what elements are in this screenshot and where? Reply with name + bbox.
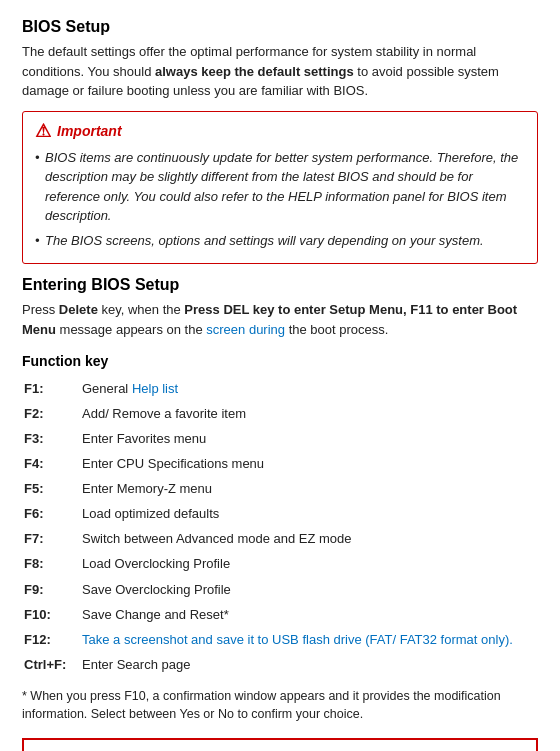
- fkey-label: F10:: [24, 603, 80, 626]
- enter-desc-1: Press: [22, 302, 59, 317]
- fkey-label: F6:: [24, 503, 80, 526]
- fkey-label: F12:: [24, 628, 80, 651]
- entering-bios-description: Press Delete key, when the Press DEL key…: [22, 300, 538, 339]
- function-key-row: F10:Save Change and Reset*: [24, 603, 536, 626]
- fkey-description: Save Change and Reset*: [82, 603, 536, 626]
- function-key-row: F5:Enter Memory-Z menu: [24, 478, 536, 501]
- important-box: ⚠ Important BIOS items are continuously …: [22, 111, 538, 265]
- bios-user-guide: BIOS User Guide: [22, 738, 538, 751]
- fkey-description: Enter Favorites menu: [82, 427, 536, 450]
- fkey-label: F3:: [24, 427, 80, 450]
- fkey-description: Switch between Advanced mode and EZ mode: [82, 528, 536, 551]
- warning-icon: ⚠: [35, 120, 51, 142]
- fkey-label: F7:: [24, 528, 80, 551]
- fkey-label: Ctrl+F:: [24, 654, 80, 677]
- enter-desc-bold1: Delete: [59, 302, 98, 317]
- important-list: BIOS items are continuously update for b…: [35, 148, 525, 251]
- important-item-1: BIOS items are continuously update for b…: [35, 148, 525, 226]
- function-key-row: F2:Add/ Remove a favorite item: [24, 402, 536, 425]
- entering-bios-title: Entering BIOS Setup: [22, 276, 538, 294]
- fkey-label: F8:: [24, 553, 80, 576]
- enter-desc-2: key, when the: [98, 302, 184, 317]
- fkey-description: Enter Search page: [82, 654, 536, 677]
- fkey-label: F2:: [24, 402, 80, 425]
- function-key-row: F4:Enter CPU Specifications menu: [24, 452, 536, 475]
- fkey-label: F4:: [24, 452, 80, 475]
- fkey-description: Enter Memory-Z menu: [82, 478, 536, 501]
- fkey-description: Load Overclocking Profile: [82, 553, 536, 576]
- fkey-label: F5:: [24, 478, 80, 501]
- function-key-table: F1:General Help listF2:Add/ Remove a fav…: [22, 375, 538, 679]
- enter-desc-blue: screen during: [206, 322, 285, 337]
- function-key-row: F6:Load optimized defaults: [24, 503, 536, 526]
- bios-desc-bold: always keep the default settings: [155, 64, 354, 79]
- function-key-row: F3:Enter Favorites menu: [24, 427, 536, 450]
- important-item-2: The BIOS screens, options and settings w…: [35, 231, 525, 251]
- function-key-row: F8:Load Overclocking Profile: [24, 553, 536, 576]
- fkey-description: Enter CPU Specifications menu: [82, 452, 536, 475]
- fkey-label: F9:: [24, 578, 80, 601]
- footnote: * When you press F10, a confirmation win…: [22, 687, 538, 725]
- bios-setup-title: BIOS Setup: [22, 18, 538, 36]
- function-key-row: F1:General Help list: [24, 377, 536, 400]
- enter-desc-4: the boot process.: [285, 322, 388, 337]
- function-key-row: F12:Take a screenshot and save it to USB…: [24, 628, 536, 651]
- fkey-description: Take a screenshot and save it to USB fla…: [82, 628, 536, 651]
- fkey-description: Save Overclocking Profile: [82, 578, 536, 601]
- enter-desc-3: message appears on the: [56, 322, 206, 337]
- fkey-description: Add/ Remove a favorite item: [82, 402, 536, 425]
- function-key-title: Function key: [22, 353, 538, 369]
- function-key-row: F9:Save Overclocking Profile: [24, 578, 536, 601]
- bios-setup-description: The default settings offer the optimal p…: [22, 42, 538, 101]
- fkey-label: F1:: [24, 377, 80, 400]
- important-label: Important: [57, 123, 122, 139]
- fkey-description: General Help list: [82, 377, 536, 400]
- fkey-description: Load optimized defaults: [82, 503, 536, 526]
- function-key-row: F7:Switch between Advanced mode and EZ m…: [24, 528, 536, 551]
- important-title: ⚠ Important: [35, 120, 525, 142]
- function-key-row: Ctrl+F:Enter Search page: [24, 654, 536, 677]
